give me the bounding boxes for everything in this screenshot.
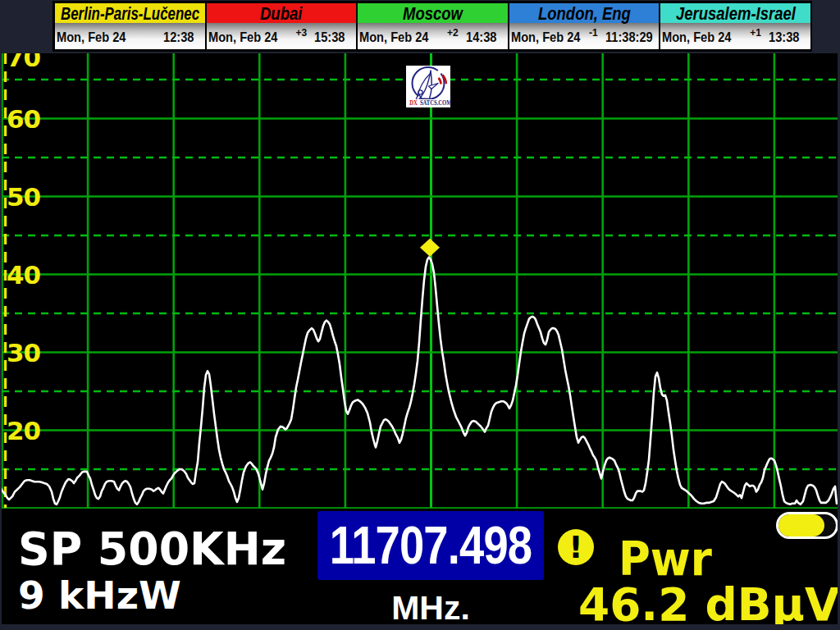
clock-date: Mon, Feb 24 [662,30,721,44]
frequency-display-box: 11707.498 [317,511,544,580]
y-tick-label: 30 [7,340,40,365]
y-tick-label: 70 [7,53,40,70]
clock-date: Mon, Feb 24 [359,30,418,44]
frequency-unit-label: MHz. [317,591,544,624]
spectrum-chart [2,53,838,510]
clock-time: 11:38:29 [605,30,646,44]
clock-time: 12:38 [163,30,189,44]
warning-icon: ! [558,529,594,565]
clock-date: Mon, Feb 24 [511,30,570,44]
clock-city-label: London, Eng [509,3,660,23]
power-toggle-switch[interactable] [776,512,838,539]
clock-time-row: Mon, Feb 24 +3 15:38 [207,23,357,49]
y-tick-label: 20 [7,418,40,443]
clock-utc-offset: +1 [750,28,761,38]
clock-london[interactable]: London, Eng Mon, Feb 24 -1 11:38:29 [509,3,660,49]
clock-city-label: Moscow [358,3,508,23]
y-tick-label: 60 [7,106,40,131]
dxsatcs-logo: DXSATCS.COM [406,66,450,107]
frequency-value: 11707.498 [330,519,532,572]
clock-city-label: Jerusalem-Israel [660,3,810,23]
spectrum-analyzer-screen: Berlin-Paris-Lučenec Mon, Feb 24 12:38 D… [0,0,840,630]
clock-utc-offset: +2 [447,28,459,38]
clock-time-row: Mon, Feb 24 -1 11:38:29 [509,23,660,49]
clock-utc-offset: -1 [589,28,598,38]
clock-city-label: Dubai [207,3,357,23]
clock-utc-offset: +3 [296,28,308,38]
clock-jerusalem[interactable]: Jerusalem-Israel Mon, Feb 24 +1 13:38 [660,3,810,49]
clock-dubai[interactable]: Dubai Mon, Feb 24 +3 15:38 [207,3,357,49]
clock-berlin[interactable]: Berlin-Paris-Lučenec Mon, Feb 24 12:38 [55,3,205,49]
clock-time-row: Mon, Feb 24 12:38 [55,23,205,49]
toggle-knob [778,514,824,536]
world-clock-bar: Berlin-Paris-Lučenec Mon, Feb 24 12:38 D… [52,1,812,52]
clock-date: Mon, Feb 24 [208,30,267,44]
clock-time: 14:38 [466,30,492,44]
clock-time-row: Mon, Feb 24 +1 13:38 [660,23,810,49]
peak-marker-diamond [420,239,440,257]
clock-time: 15:38 [314,30,340,44]
y-tick-label: 40 [7,262,40,287]
y-tick-label: 50 [7,184,40,209]
logo-wordmark: DXSATCS.COM [406,99,450,107]
power-value: 46.2 dBµV [578,582,838,624]
clock-moscow[interactable]: Moscow Mon, Feb 24 +2 14:38 [358,3,508,49]
clock-time-row: Mon, Feb 24 +2 14:38 [358,23,508,49]
clock-time: 13:38 [769,30,795,44]
clock-city-label: Berlin-Paris-Lučenec [55,3,205,23]
power-label: Pwr [619,536,712,582]
readout-panel: SP 500KHz 9 kHzW 11707.498 MHz. ! Pwr 46… [2,509,838,624]
bandwidth-readout: 9 kHzW [18,576,181,614]
span-readout: SP 500KHz [18,526,286,572]
spectrum-display-area: 706050403020 DXSATCS.COM SP 500KHz 9 kHz… [2,53,838,624]
clock-date: Mon, Feb 24 [57,30,116,44]
